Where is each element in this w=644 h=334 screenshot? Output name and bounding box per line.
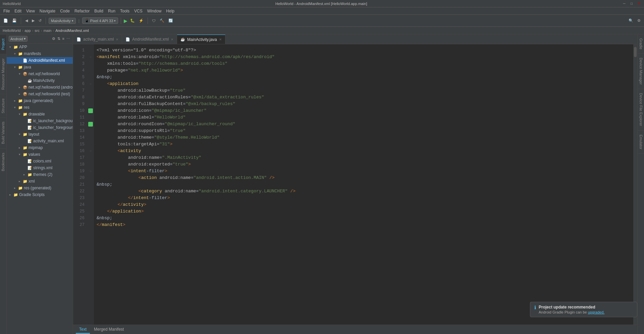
new-file-button[interactable]: 📄 (2, 18, 9, 23)
project-more-button[interactable]: ⋯ (66, 36, 71, 41)
tab-device-manager[interactable]: Device Manager (638, 54, 644, 89)
bottom-tab-merged-manifest[interactable]: Merged Manifest (91, 326, 127, 334)
editor-scrollbar[interactable] (633, 44, 637, 325)
tree-item[interactable]: ▸📁xml (7, 178, 73, 185)
tab-emulator[interactable]: Emulator (638, 131, 644, 154)
project-settings-button[interactable]: ⚙ (51, 36, 56, 41)
editor-tab-activity_main-xml[interactable]: 📄activity_main.xml✕ (73, 35, 122, 44)
tree-item[interactable]: ▾📁layout (7, 131, 73, 138)
menu-vcs[interactable]: VCS (132, 8, 145, 14)
fold-icon[interactable]: ○ (90, 55, 92, 59)
forward-button[interactable]: ▶ (31, 18, 36, 23)
tab-build-variants[interactable]: Build Variants (0, 117, 6, 148)
tree-item[interactable]: 📝strings.xml (7, 164, 73, 171)
code-content[interactable]: <?xml version="1.0" encoding="utf-8"?><m… (94, 44, 633, 325)
breadcrumb-file[interactable]: AndroidManifest.xml (55, 29, 89, 33)
menu-help[interactable]: Help (164, 8, 176, 14)
tree-arrow-icon: ▾ (14, 106, 18, 109)
line-number: 27 (73, 222, 87, 228)
tree-item[interactable]: 📄AndroidManifest.xml (7, 57, 73, 64)
tab-resource-manager[interactable]: Resource Manager (0, 54, 6, 94)
save-button[interactable]: 💾 (11, 18, 18, 23)
tab-gradle[interactable]: Gradle (638, 34, 644, 54)
project-view-dropdown[interactable]: Android ▾ (9, 36, 28, 42)
tab-close-button[interactable]: ✕ (116, 38, 118, 41)
line-number: 21 (73, 181, 87, 188)
gutter-cell (87, 195, 94, 201)
menu-build[interactable]: Build (92, 8, 105, 14)
menu-tools[interactable]: Tools (118, 8, 131, 14)
refresh-button[interactable]: ↺ (37, 18, 43, 23)
line-number: 13 (73, 128, 87, 134)
menu-window[interactable]: Window (145, 8, 164, 14)
notification-link[interactable]: upgraded. (588, 310, 605, 314)
debug-button[interactable]: 🐛 (129, 18, 136, 23)
tree-item[interactable]: ▸📦net.xqf.helloworld (test) (7, 91, 73, 97)
fold-icon[interactable]: ○ (90, 170, 92, 173)
menu-edit[interactable]: Edit (12, 8, 23, 14)
breadcrumb-src[interactable]: src (35, 29, 40, 33)
tab-device-file-explorer[interactable]: Device File Explorer (638, 89, 644, 130)
minimize-button[interactable]: ─ (622, 2, 627, 5)
close-button[interactable]: ✕ (637, 2, 641, 5)
tree-item[interactable]: ▸📦net.xqf.helloworld (android... (7, 84, 73, 91)
menu-refactor[interactable]: Refactor (72, 8, 92, 14)
project-filter-button[interactable]: ≡ (62, 36, 65, 41)
file-type-icon: 📦 (23, 71, 28, 76)
settings-button[interactable]: ⚙ (636, 18, 642, 23)
tree-item[interactable]: ▸📁java (generated) (7, 97, 73, 104)
line-number: 8 (73, 94, 87, 101)
code-line: android:name=".MainActivity" (97, 154, 631, 161)
coverage-button[interactable]: 🛡 (151, 18, 157, 23)
build-button[interactable]: 🔨 (158, 18, 166, 23)
profile-button[interactable]: ⚡ (138, 18, 145, 23)
tree-item[interactable]: ▸📁themes (2) (7, 171, 73, 178)
tree-item[interactable]: ▾📁drawable (7, 111, 73, 117)
fold-icon[interactable]: ○ (90, 82, 92, 86)
menu-view[interactable]: View (24, 8, 37, 14)
bottom-tab-text[interactable]: Text (76, 326, 90, 334)
search-everywhere-button[interactable]: 🔍 (627, 18, 635, 23)
editor-tab-AndroidManifest-xml[interactable]: 📄AndroidManifest.xml✕ (122, 35, 177, 44)
run-config-dropdown[interactable]: MainActivity ▾ (49, 18, 76, 24)
maximize-button[interactable]: □ (629, 2, 634, 5)
menu-run[interactable]: Run (106, 8, 117, 14)
menu-file[interactable]: File (1, 8, 12, 14)
gutter-cell (87, 121, 94, 128)
project-sort-button[interactable]: ⇅ (57, 36, 61, 41)
tab-close-button[interactable]: ✕ (171, 38, 173, 41)
editor-tab-MainActivity-java[interactable]: ☕MainActivity.java✕ (177, 35, 225, 44)
sync-button[interactable]: 🔄 (167, 18, 174, 23)
tree-item[interactable]: ▾📁manifests (7, 50, 73, 57)
menu-code[interactable]: Code (58, 8, 72, 14)
tree-item[interactable]: 📝ic_launcher_foregroun... (7, 124, 73, 131)
menu-navigate[interactable]: Navigate (38, 8, 57, 14)
tree-item[interactable]: 📝ic_launcher_backgroun... (7, 117, 73, 124)
run-button[interactable]: ▶ (124, 18, 127, 23)
tree-item[interactable]: ☕MainActivity (7, 77, 73, 84)
tree-item[interactable]: ▾📦net.xqf.helloworld (7, 70, 73, 77)
device-dropdown[interactable]: 📱 Pixel 4 API 33 ▾ (82, 17, 118, 24)
tab-close-button[interactable]: ✕ (219, 38, 222, 41)
line-number: 15 (73, 141, 87, 148)
tree-item[interactable]: ▸📁res (generated) (7, 185, 73, 191)
project-view-label: Android (10, 37, 23, 41)
breadcrumb-main[interactable]: main (44, 29, 52, 33)
fold-icon[interactable]: ○ (90, 149, 92, 153)
tab-project[interactable]: Project (0, 34, 6, 54)
tab-structure[interactable]: Structure (0, 94, 6, 117)
tree-item[interactable]: ▾📁values (7, 151, 73, 158)
file-type-icon: 📦 (23, 92, 28, 96)
breadcrumb-helloworld[interactable]: HelloWorld (3, 29, 21, 33)
code-line: tools:targetApi="31"> (97, 141, 631, 148)
tree-item[interactable]: ▸📁Gradle Scripts (7, 191, 73, 198)
back-button[interactable]: ◀ (24, 18, 29, 23)
tree-item[interactable]: 📝activity_main.xml (7, 138, 73, 144)
tree-item[interactable]: 📝colors.xml (7, 158, 73, 164)
tree-item[interactable]: ▾📁res (7, 104, 73, 111)
tree-item[interactable]: ▾📁APP (7, 44, 73, 50)
tree-item[interactable]: ▾📁java (7, 64, 73, 70)
tab-bookmarks[interactable]: Bookmarks (0, 148, 6, 175)
tree-item[interactable]: ▸📁mipmap (7, 144, 73, 151)
breadcrumb-app[interactable]: app (24, 29, 31, 33)
